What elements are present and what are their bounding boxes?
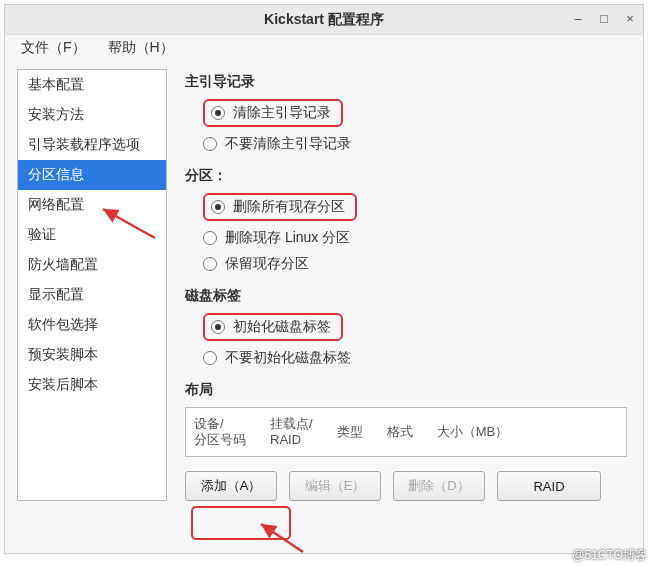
- mbr-label-clear: 清除主引导记录: [233, 104, 331, 122]
- close-button[interactable]: ×: [623, 11, 637, 26]
- app-window: Kickstart 配置程序 – □ × 文件（F） 帮助（H） 基本配置 安装…: [4, 4, 644, 554]
- delete-button[interactable]: 删除（D）: [393, 471, 485, 501]
- disklabel-opt-init-highlight: 初始化磁盘标签: [203, 313, 343, 341]
- partition-label-delall: 删除所有现存分区: [233, 198, 345, 216]
- sidebar-item-basic[interactable]: 基本配置: [18, 70, 166, 100]
- mbr-radio-clear[interactable]: [211, 106, 225, 120]
- disklabel-radio-init[interactable]: [211, 320, 225, 334]
- raid-button[interactable]: RAID: [497, 471, 601, 501]
- disklabel-title: 磁盘标签: [185, 287, 627, 305]
- window-title: Kickstart 配置程序: [264, 11, 384, 29]
- partition-radio-keep[interactable]: [203, 257, 217, 271]
- sidebar-item-network[interactable]: 网络配置: [18, 190, 166, 220]
- layout-title: 布局: [185, 381, 627, 399]
- disklabel-label-noinit: 不要初始化磁盘标签: [225, 349, 351, 367]
- edit-button[interactable]: 编辑（E）: [289, 471, 381, 501]
- layout-header: 设备/分区号码 挂载点/RAID 类型 格式 大小（MB）: [185, 407, 627, 457]
- sidebar-item-bootloader[interactable]: 引导装载程序选项: [18, 130, 166, 160]
- layout-col-format: 格式: [387, 424, 413, 440]
- maximize-button[interactable]: □: [597, 11, 611, 26]
- menu-file[interactable]: 文件（F）: [21, 39, 86, 57]
- layout-col-size: 大小（MB）: [437, 424, 509, 440]
- arrow-annotation-add: [253, 520, 313, 558]
- minimize-button[interactable]: –: [571, 11, 585, 26]
- sidebar-item-post[interactable]: 安装后脚本: [18, 370, 166, 400]
- titlebar: Kickstart 配置程序 – □ ×: [5, 5, 643, 35]
- mbr-title: 主引导记录: [185, 73, 627, 91]
- sidebar-item-firewall[interactable]: 防火墙配置: [18, 250, 166, 280]
- sidebar-item-install[interactable]: 安装方法: [18, 100, 166, 130]
- watermark: @51CTO博客: [572, 547, 647, 564]
- partition-radio-dellinux[interactable]: [203, 231, 217, 245]
- window-controls: – □ ×: [571, 11, 637, 26]
- mbr-label-keep: 不要清除主引导记录: [225, 135, 351, 153]
- add-button[interactable]: 添加（A）: [185, 471, 277, 501]
- disklabel-label-init: 初始化磁盘标签: [233, 318, 331, 336]
- sidebar-item-partition[interactable]: 分区信息: [18, 160, 166, 190]
- svg-line-1: [261, 524, 303, 552]
- menubar: 文件（F） 帮助（H）: [5, 35, 643, 61]
- layout-col-device: 设备/分区号码: [194, 416, 246, 447]
- mbr-radio-keep[interactable]: [203, 137, 217, 151]
- disklabel-radio-noinit[interactable]: [203, 351, 217, 365]
- button-row: 添加（A） 编辑（E） 删除（D） RAID: [185, 471, 627, 501]
- layout-col-type: 类型: [337, 424, 363, 440]
- partition-radio-delall[interactable]: [211, 200, 225, 214]
- layout-col-mount: 挂载点/RAID: [270, 416, 313, 447]
- highlight-add-button: [191, 506, 291, 540]
- sidebar-item-pre[interactable]: 预安装脚本: [18, 340, 166, 370]
- menu-help[interactable]: 帮助（H）: [108, 39, 174, 57]
- mbr-opt-clear-highlight: 清除主引导记录: [203, 99, 343, 127]
- sidebar-item-display[interactable]: 显示配置: [18, 280, 166, 310]
- partition-label-keep: 保留现存分区: [225, 255, 309, 273]
- partition-opt-delall-highlight: 删除所有现存分区: [203, 193, 357, 221]
- sidebar: 基本配置 安装方法 引导装载程序选项 分区信息 网络配置 验证 防火墙配置 显示…: [17, 69, 167, 501]
- sidebar-item-auth[interactable]: 验证: [18, 220, 166, 250]
- sidebar-item-packages[interactable]: 软件包选择: [18, 310, 166, 340]
- content-panel: 主引导记录 清除主引导记录 不要清除主引导记录 分区： 删除所有现存分区: [179, 69, 633, 501]
- partition-label-dellinux: 删除现存 Linux 分区: [225, 229, 350, 247]
- partition-title: 分区：: [185, 167, 627, 185]
